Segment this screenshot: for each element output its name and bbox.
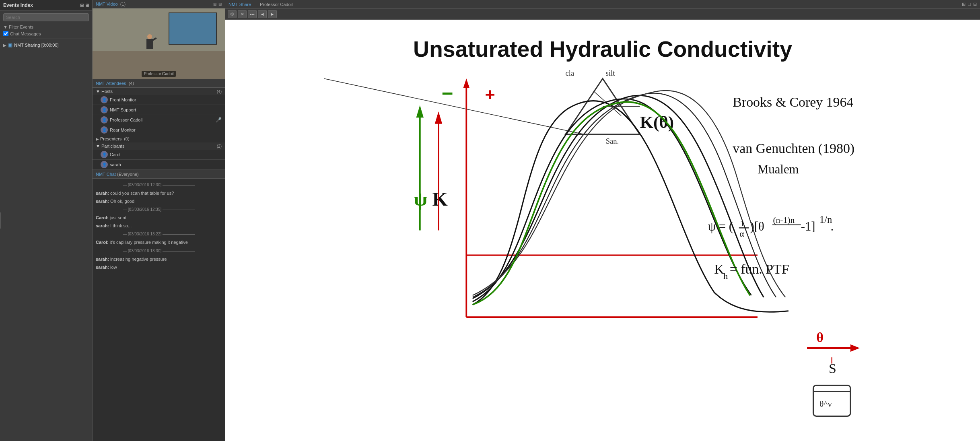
toolbar-forward-button[interactable]: ► <box>268 10 277 18</box>
whiteboard-title: Unsaturated Hydraulic Conductivity <box>413 37 792 62</box>
main-header-right: ⊞ □ ⊟ <box>962 2 977 7</box>
chat-message-1: sarah: could you scan that table for us? <box>96 190 222 197</box>
sidebar: Events Index ⊟ ⊞ ▼ Filter Events Chat Me… <box>0 0 93 441</box>
collapse-sidebar-tab[interactable]: ‹ <box>0 212 1 229</box>
nmt-sharing-arrow: ▶ <box>3 43 6 47</box>
msg4-text: I think so... <box>110 223 132 228</box>
chat-message-2: sarah: Oh ok, good <box>96 198 222 205</box>
video-fullscreen-icon[interactable]: ⊟ <box>218 2 222 6</box>
attendee-name-rear-monitor: Rear Monitor <box>110 128 222 132</box>
video-label: Professor Cadoil <box>142 71 176 77</box>
chat-timestamp-4: — [03/03/2016 13:30] ———————— <box>96 248 222 254</box>
citation-vg: van Genuchten (1980) <box>733 141 854 156</box>
chat-title: NMT Chat <box>96 172 116 177</box>
classroom-board <box>169 12 217 45</box>
filter-events-arrow: ▼ <box>3 25 8 29</box>
video-header: NMT Video (1) ⊞ ⊟ <box>93 0 225 8</box>
main-header-left: NMT Share — Professor Cadoil <box>229 2 292 7</box>
msg6-text: increasing negative pressure <box>110 257 167 262</box>
triangle-line1 <box>324 78 584 134</box>
hosts-label: ▼ Hosts <box>96 89 113 94</box>
msg5-sender: Carol: <box>96 240 109 245</box>
sidebar-minimize-icon[interactable]: ⊟ <box>80 3 84 8</box>
attendee-name-carol: Carol <box>110 152 222 157</box>
attendee-avatar-front-monitor: 👤 <box>101 96 108 103</box>
msg7-text: low <box>110 265 117 270</box>
filter-events-label: Filter Events <box>9 25 33 29</box>
search-box <box>3 13 89 21</box>
chat-timestamp-3: — [03/03/2016 13:22] ———————— <box>96 231 222 237</box>
nmt-sharing-label: NMT Sharing [0:00:00] <box>14 43 58 47</box>
chat-messages-check: Chat Messages <box>0 30 92 37</box>
attendee-nmt-support[interactable]: 👤 NMT Support <box>93 105 225 115</box>
chat-timestamp-2: — [03/03/2016 12:35] ———————— <box>96 206 222 213</box>
formula-exp: (n-1)n <box>773 215 795 225</box>
participants-group-header[interactable]: ▼ Participants (2) <box>93 142 225 150</box>
main-subtitle: — Professor Cadoil <box>254 2 292 7</box>
formula-minus: -1] <box>801 220 815 233</box>
video-expand-icon[interactable]: ⊞ <box>213 2 216 6</box>
presenters-count: (0) <box>124 136 129 141</box>
attendee-name-front-monitor: Front Monitor <box>110 97 222 102</box>
main-title: NMT Share <box>229 2 251 7</box>
main-minimize-icon[interactable]: ⊟ <box>973 2 977 7</box>
main-tile-icon[interactable]: ⊞ <box>962 2 966 7</box>
video-header-icons: ⊞ ⊟ <box>213 2 222 6</box>
chat-message-3: Carol: just sent <box>96 214 222 222</box>
formula-1: 1 <box>740 218 745 228</box>
formula-alpha: α <box>739 229 744 239</box>
attendee-sarah[interactable]: 👤 sarah <box>93 160 225 170</box>
chat-messages[interactable]: — [03/03/2016 12:30] ———————— sarah: cou… <box>93 179 225 441</box>
attendee-avatar-nmt-support: 👤 <box>101 106 108 113</box>
msg2-text: Oh ok, good <box>110 199 134 204</box>
attendee-name-nmt-support: NMT Support <box>110 107 222 112</box>
sidebar-header-icons: ⊟ ⊞ <box>80 3 89 8</box>
sidebar-expand-icon[interactable]: ⊞ <box>85 3 89 8</box>
theta-arrow-head <box>850 344 860 352</box>
video-screen: Professor Cadoil <box>93 8 225 79</box>
chat-messages-checkbox[interactable] <box>3 31 8 36</box>
main-window-icon[interactable]: □ <box>968 2 971 7</box>
theta-label: θ <box>816 330 824 345</box>
toolbar-more-button[interactable]: ••• <box>248 10 257 18</box>
toolbar-back-button[interactable]: ◄ <box>258 10 267 18</box>
formula-psi: ψ = ( <box>708 220 733 233</box>
attendee-avatar-sarah: 👤 <box>101 161 108 168</box>
attendee-carol[interactable]: 👤 Carol <box>93 150 225 160</box>
chat-panel: NMT Chat (Everyone) — [03/03/2016 12:30]… <box>93 170 225 441</box>
k-theta-label: K(θ) <box>640 113 674 132</box>
soil-label-silt: silt <box>606 69 615 77</box>
axis-arrow-top <box>463 78 469 88</box>
msg1-sender: sarah: <box>96 191 109 196</box>
video-title: NMT Video <box>96 2 118 6</box>
nmt-sharing-item[interactable]: ▶ ▣ NMT Sharing [0:00:00] <box>0 41 92 49</box>
formula-bracket: )[θ <box>750 220 764 233</box>
formula-kh-sub: h <box>723 271 728 281</box>
filter-events[interactable]: ▼ Filter Events <box>0 24 92 30</box>
psi-arrow-head <box>416 105 424 117</box>
toolbar-settings-button[interactable]: ⚙ <box>228 10 237 18</box>
video-panel: NMT Video (1) ⊞ ⊟ <box>93 0 225 79</box>
soil-label-san: San. <box>606 137 619 145</box>
attendee-professor-cadoil[interactable]: 👤 Professor Cadoil 🎤 <box>93 115 225 125</box>
attendees-count: (4) <box>129 81 134 86</box>
citation-brooks-corey: Brooks & Corey 1964 <box>733 95 853 109</box>
msg4-sender: sarah: <box>96 223 109 228</box>
presenters-group-header[interactable]: ▶ Presenters (0) <box>93 135 225 142</box>
attendee-rear-monitor[interactable]: 👤 Rear Monitor <box>93 125 225 135</box>
attendee-front-monitor[interactable]: 👤 Front Monitor <box>93 95 225 105</box>
formula-kh: K <box>714 262 724 276</box>
chat-timestamp-1: — [03/03/2016 12:30] ———————— <box>96 182 222 188</box>
whiteboard: Unsaturated Hydraulic Conductivity Brook… <box>225 20 980 441</box>
chat-header: NMT Chat (Everyone) <box>93 170 225 179</box>
video-count: (1) <box>120 2 126 6</box>
presenters-arrow: ▶ <box>96 137 99 141</box>
video-container: Professor Cadoil <box>93 8 225 79</box>
msg3-text: just sent <box>110 215 126 220</box>
attendees-panel: NMT Attendees (4) ▼ Hosts (4) 👤 Front Mo… <box>93 79 225 170</box>
sidebar-divider <box>0 39 92 39</box>
toolbar-close-button[interactable]: ✕ <box>238 10 247 18</box>
search-input[interactable] <box>3 13 89 21</box>
hosts-group-header[interactable]: ▼ Hosts (4) <box>93 88 225 95</box>
formula-dot: . <box>831 220 834 233</box>
